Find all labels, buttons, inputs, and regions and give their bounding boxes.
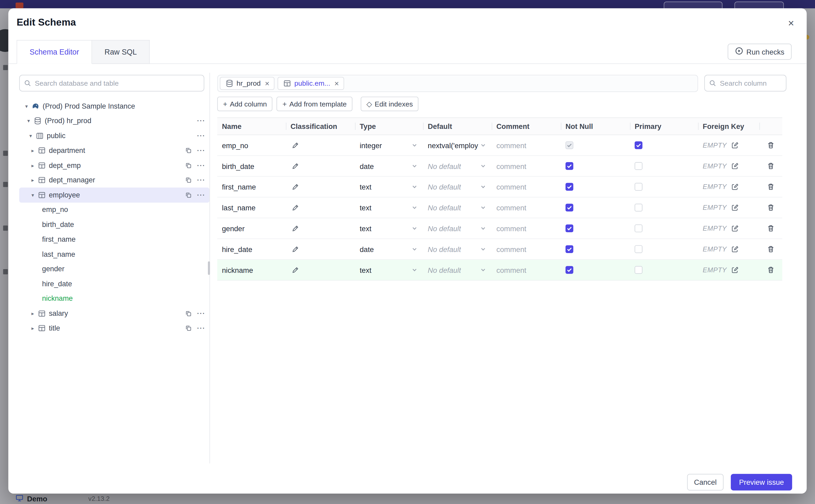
comment-input[interactable]: comment xyxy=(497,162,526,170)
caret-down-icon[interactable]: ▾ xyxy=(29,192,36,198)
default-select[interactable]: No default xyxy=(428,162,492,170)
column-name-input[interactable]: last_name xyxy=(222,203,255,212)
close-icon[interactable]: × xyxy=(784,16,798,30)
not-null-checkbox[interactable] xyxy=(566,204,574,212)
edit-classification-button[interactable] xyxy=(291,244,300,254)
close-tab-icon[interactable]: × xyxy=(265,80,269,88)
caret-down-icon[interactable]: ▾ xyxy=(23,103,30,109)
caret-right-icon[interactable]: ▸ xyxy=(29,311,36,316)
edit-foreign-key-button[interactable] xyxy=(730,265,740,274)
tree-item-salary[interactable]: ▸salary··· xyxy=(19,306,209,321)
tree-column-last-name[interactable]: last_name xyxy=(19,247,209,261)
close-tab-icon[interactable]: × xyxy=(334,80,339,88)
comment-input[interactable]: comment xyxy=(497,183,526,191)
copy-icon[interactable] xyxy=(183,146,193,155)
primary-checkbox[interactable] xyxy=(635,266,643,274)
column-search-input[interactable] xyxy=(704,75,786,91)
more-options-icon[interactable]: ··· xyxy=(196,190,206,200)
comment-input[interactable]: comment xyxy=(497,224,526,233)
cancel-button[interactable]: Cancel xyxy=(687,474,724,491)
column-name-input[interactable]: hire_date xyxy=(222,245,252,253)
tree-item-prod-prod-sample-instance[interactable]: ▾(Prod) Prod Sample Instance xyxy=(19,99,209,114)
default-select[interactable]: No default xyxy=(428,203,492,212)
delete-column-button[interactable] xyxy=(766,244,775,254)
scrollbar-thumb[interactable] xyxy=(208,261,210,275)
not-null-checkbox[interactable] xyxy=(566,183,574,191)
tab-raw-sql[interactable]: Raw SQL xyxy=(92,40,150,64)
not-null-checkbox[interactable] xyxy=(566,225,574,232)
column-name-input[interactable]: first_name xyxy=(222,183,256,191)
add-column-button[interactable]: +Add column xyxy=(217,97,273,111)
more-options-icon[interactable]: ··· xyxy=(196,309,206,318)
copy-icon[interactable] xyxy=(183,190,193,200)
table-tab-public-em[interactable]: public.em...× xyxy=(278,77,344,90)
type-select[interactable]: date xyxy=(360,245,423,253)
more-options-icon[interactable]: ··· xyxy=(196,161,206,170)
edit-foreign-key-button[interactable] xyxy=(730,182,740,191)
copy-icon[interactable] xyxy=(183,324,193,333)
comment-input[interactable]: comment xyxy=(497,245,526,253)
edit-foreign-key-button[interactable] xyxy=(730,161,740,171)
more-options-icon[interactable]: ··· xyxy=(196,131,206,140)
not-null-checkbox[interactable] xyxy=(566,162,574,170)
default-select[interactable]: No default xyxy=(428,224,492,233)
tree-item-employee[interactable]: ▾employee··· xyxy=(19,188,209,202)
tree-column-nickname[interactable]: nickname xyxy=(19,291,209,306)
primary-checkbox[interactable] xyxy=(635,162,643,170)
tab-schema-editor[interactable]: Schema Editor xyxy=(17,40,92,64)
edit-classification-button[interactable] xyxy=(291,203,300,212)
preview-issue-button[interactable]: Preview issue xyxy=(731,474,792,491)
more-options-icon[interactable]: ··· xyxy=(196,146,206,155)
delete-column-button[interactable] xyxy=(766,161,775,171)
caret-right-icon[interactable]: ▸ xyxy=(29,325,36,331)
copy-icon[interactable] xyxy=(183,161,193,170)
default-select[interactable]: nextval('employ xyxy=(428,141,492,149)
tree-item-dept-manager[interactable]: ▸dept_manager··· xyxy=(19,173,209,187)
not-null-checkbox[interactable] xyxy=(566,245,574,253)
tree-column-gender[interactable]: gender xyxy=(19,261,209,276)
tree-item-department[interactable]: ▸department··· xyxy=(19,143,209,158)
primary-checkbox[interactable] xyxy=(635,204,643,212)
edit-classification-button[interactable] xyxy=(291,140,300,150)
caret-down-icon[interactable]: ▾ xyxy=(25,118,32,124)
column-name-input[interactable]: nickname xyxy=(222,266,253,274)
type-select[interactable]: integer xyxy=(360,141,423,149)
comment-input[interactable]: comment xyxy=(497,141,526,149)
comment-input[interactable]: comment xyxy=(497,203,526,212)
column-name-input[interactable]: birth_date xyxy=(222,162,254,170)
delete-column-button[interactable] xyxy=(766,182,775,192)
edit-foreign-key-button[interactable] xyxy=(730,203,740,212)
tree-item-dept-emp[interactable]: ▸dept_emp··· xyxy=(19,158,209,173)
default-select[interactable]: No default xyxy=(428,245,492,253)
edit-foreign-key-button[interactable] xyxy=(730,140,740,150)
caret-right-icon[interactable]: ▸ xyxy=(29,162,36,168)
edit-classification-button[interactable] xyxy=(291,182,300,191)
delete-column-button[interactable] xyxy=(766,203,775,212)
run-checks-button[interactable]: Run checks xyxy=(728,44,792,60)
caret-right-icon[interactable]: ▸ xyxy=(29,177,36,183)
caret-right-icon[interactable]: ▸ xyxy=(29,148,36,153)
type-select[interactable]: text xyxy=(360,266,423,274)
not-null-checkbox[interactable] xyxy=(566,266,574,274)
column-name-input[interactable]: gender xyxy=(222,224,244,233)
more-options-icon[interactable]: ··· xyxy=(196,176,206,185)
type-select[interactable]: text xyxy=(360,224,423,233)
type-select[interactable]: text xyxy=(360,203,423,212)
database-search-input[interactable] xyxy=(19,75,204,91)
tree-column-hire-date[interactable]: hire_date xyxy=(19,277,209,291)
more-options-icon[interactable]: ··· xyxy=(196,324,206,333)
default-select[interactable]: No default xyxy=(428,266,492,274)
edit-foreign-key-button[interactable] xyxy=(730,244,740,254)
edit-indexes-button[interactable]: ◇Edit indexes xyxy=(361,97,419,111)
edit-classification-button[interactable] xyxy=(291,161,300,171)
primary-checkbox[interactable] xyxy=(635,141,643,149)
tree-column-emp-no[interactable]: emp_no xyxy=(19,202,209,217)
tree-column-first-name[interactable]: first_name xyxy=(19,232,209,247)
copy-icon[interactable] xyxy=(183,309,193,318)
caret-down-icon[interactable]: ▾ xyxy=(27,133,34,139)
tree-item-title[interactable]: ▸title··· xyxy=(19,321,209,336)
tree-column-birth-date[interactable]: birth_date xyxy=(19,217,209,232)
primary-checkbox[interactable] xyxy=(635,183,643,191)
type-select[interactable]: date xyxy=(360,162,423,170)
delete-column-button[interactable] xyxy=(766,140,775,150)
